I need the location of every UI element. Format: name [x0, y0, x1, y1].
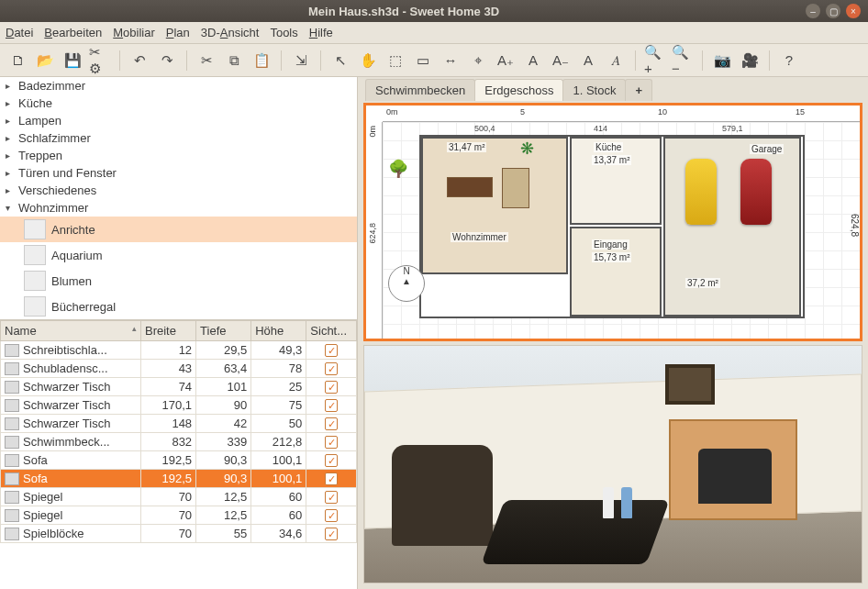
- cell-width: 70: [141, 506, 196, 525]
- paste-button[interactable]: 📋: [250, 49, 273, 72]
- table-row[interactable]: Spielblöcke705534,6✓: [1, 525, 357, 543]
- create-rooms-button[interactable]: ▭: [411, 49, 435, 72]
- level-tab[interactable]: 1. Stock: [562, 79, 626, 101]
- create-dimensions-button[interactable]: ↔: [439, 49, 462, 72]
- zoom-in-button[interactable]: 🔍+: [643, 49, 667, 72]
- undo-button[interactable]: ↶: [128, 49, 151, 72]
- table-row[interactable]: Schubladensc...4363,478✓: [1, 360, 357, 378]
- new-doc-button[interactable]: 🗋: [6, 49, 29, 72]
- column-header[interactable]: Tiefe: [196, 321, 251, 341]
- furniture-rug[interactable]: [502, 168, 529, 208]
- close-button[interactable]: ×: [846, 4, 861, 18]
- save-doc-button[interactable]: 💾: [61, 49, 84, 72]
- table-row[interactable]: Spiegel7012,560✓: [1, 488, 357, 506]
- menu-datei[interactable]: Datei: [6, 26, 33, 39]
- furniture-catalog[interactable]: ▸Badezimmer▸Küche▸Lampen▸Schlafzimmer▸Tr…: [0, 77, 357, 320]
- furniture-table-wrap[interactable]: NameBreiteTiefeHöheSicht...Schreibtischl…: [0, 320, 357, 589]
- catalog-category[interactable]: ▾Wohnzimmer: [0, 199, 357, 217]
- menu-mobiliar[interactable]: Mobiliar: [113, 26, 155, 39]
- text-small-button[interactable]: A₊: [494, 49, 517, 72]
- titlebar: Mein Haus.sh3d - Sweet Home 3D – ▢ ×: [0, 0, 868, 22]
- pan-button[interactable]: ✋: [356, 49, 380, 72]
- catalog-item[interactable]: Bücherregal: [0, 294, 357, 319]
- ruler-horizontal: 0m 5 10 15: [383, 106, 860, 122]
- menu-3d-ansicht[interactable]: 3D-Ansicht: [201, 26, 260, 39]
- visibility-checkbox[interactable]: ✓: [325, 454, 338, 467]
- redo-button[interactable]: ↷: [155, 49, 179, 72]
- catalog-item[interactable]: Anrichte: [0, 217, 357, 242]
- cut-button[interactable]: ✂: [195, 49, 218, 72]
- catalog-category[interactable]: ▸Küche: [0, 94, 357, 112]
- cell-width: 192,5: [141, 470, 196, 488]
- table-row[interactable]: Schwimmbeck...832339212,8✓: [1, 433, 357, 451]
- visibility-checkbox[interactable]: ✓: [325, 436, 338, 449]
- room-label: Garage: [750, 144, 784, 154]
- visibility-checkbox[interactable]: ✓: [325, 491, 338, 504]
- zoom-out-button[interactable]: 🔍−: [671, 49, 695, 72]
- catalog-category[interactable]: ▸Lampen: [0, 112, 357, 129]
- thumbnail-icon: [5, 344, 19, 357]
- plan-canvas[interactable]: 500,4 414 579,1 31,47 m² Wohnzimmer ❋ Kü…: [383, 122, 860, 339]
- 3d-view[interactable]: [363, 345, 862, 583]
- catalog-category[interactable]: ▸Treppen: [0, 147, 357, 164]
- level-tab[interactable]: Schwimmbecken: [365, 79, 475, 101]
- catalog-item[interactable]: Blumen: [0, 268, 357, 294]
- visibility-checkbox[interactable]: ✓: [325, 417, 338, 430]
- plan-view[interactable]: 0m 5 10 15 0m 624,8 500,4 414 579,1 31,4…: [363, 103, 862, 341]
- text-italic-button[interactable]: A₋: [549, 49, 573, 72]
- car-red[interactable]: [740, 159, 772, 225]
- catalog-category[interactable]: ▸Schlafzimmer: [0, 129, 357, 147]
- column-header[interactable]: Höhe: [251, 321, 306, 341]
- catalog-item[interactable]: Aquarium: [0, 242, 357, 268]
- table-row[interactable]: Schwarzer Tisch1484250✓: [1, 415, 357, 433]
- column-header[interactable]: Name: [1, 321, 141, 341]
- catalog-category[interactable]: ▸Badezimmer: [0, 77, 357, 94]
- table-row[interactable]: Schwarzer Tisch7410125✓: [1, 378, 357, 396]
- cell-depth: 12,5: [196, 488, 251, 506]
- catalog-category[interactable]: ▸Verschiedenes: [0, 182, 357, 199]
- thumbnail-icon: [5, 362, 19, 375]
- column-header[interactable]: Sicht...: [306, 321, 357, 341]
- help-button[interactable]: ?: [777, 49, 801, 72]
- open-doc-button[interactable]: 📂: [33, 49, 57, 72]
- cell-height: 49,3: [251, 341, 306, 360]
- visibility-checkbox[interactable]: ✓: [325, 509, 338, 522]
- column-header[interactable]: Breite: [141, 321, 196, 341]
- menu-hilfe[interactable]: Hilfe: [309, 26, 333, 39]
- preferences-button[interactable]: ✂⚙: [88, 49, 112, 72]
- menu-tools[interactable]: Tools: [270, 26, 297, 39]
- menu-plan[interactable]: Plan: [166, 26, 190, 39]
- table-row[interactable]: Schwarzer Tisch170,19075✓: [1, 396, 357, 415]
- text-button[interactable]: A: [576, 49, 600, 72]
- table-row[interactable]: Schreibtischla...1229,549,3✓: [1, 341, 357, 360]
- visibility-checkbox[interactable]: ✓: [325, 528, 338, 540]
- copy-button[interactable]: ⧉: [222, 49, 246, 72]
- maximize-button[interactable]: ▢: [826, 4, 840, 18]
- visibility-checkbox[interactable]: ✓: [325, 344, 338, 357]
- table-row[interactable]: Sofa192,590,3100,1✓: [1, 451, 357, 470]
- create-polyline-button[interactable]: ⌖: [466, 49, 490, 72]
- add-furniture-button[interactable]: ⇲: [289, 49, 313, 72]
- compass-icon[interactable]: N▲: [388, 265, 425, 302]
- table-row[interactable]: Spiegel7012,560✓: [1, 506, 357, 525]
- select-button[interactable]: ↖: [328, 49, 352, 72]
- text-bold-button[interactable]: A: [521, 49, 545, 72]
- minimize-button[interactable]: –: [806, 4, 820, 18]
- level-tab[interactable]: Erdgeschoss: [474, 79, 563, 101]
- photo-button[interactable]: 📷: [710, 49, 734, 72]
- table-row[interactable]: Sofa192,590,3100,1✓: [1, 470, 357, 488]
- furniture-sofa[interactable]: [447, 177, 493, 197]
- car-yellow[interactable]: [685, 159, 717, 225]
- visibility-checkbox[interactable]: ✓: [325, 472, 338, 485]
- add-level-button[interactable]: +: [625, 79, 652, 101]
- menu-bearbeiten[interactable]: Bearbeiten: [44, 26, 102, 39]
- ruler-vertical-left: 0m 624,8: [366, 122, 383, 339]
- visibility-checkbox[interactable]: ✓: [325, 381, 338, 394]
- room-area: 13,37 m²: [592, 155, 631, 165]
- catalog-category[interactable]: ▸Türen und Fenster: [0, 164, 357, 182]
- video-button[interactable]: 🎥: [738, 49, 762, 72]
- visibility-checkbox[interactable]: ✓: [325, 362, 338, 375]
- visibility-checkbox[interactable]: ✓: [325, 399, 338, 412]
- create-walls-button[interactable]: ⬚: [384, 49, 407, 72]
- text-style-button[interactable]: 𝐴: [604, 49, 628, 72]
